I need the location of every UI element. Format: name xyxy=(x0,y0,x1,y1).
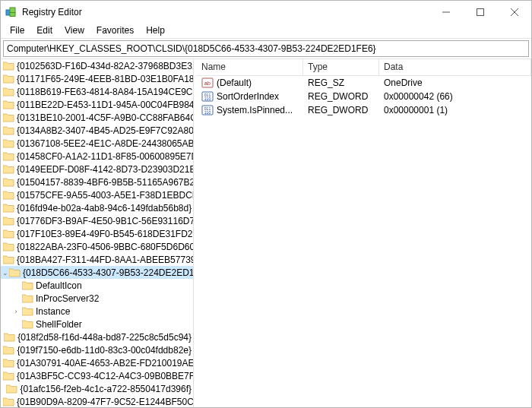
folder-icon xyxy=(3,397,14,407)
column-header-data[interactable]: Data xyxy=(379,59,531,75)
string-value-icon: ab xyxy=(201,77,214,89)
tree-key[interactable]: {01171F65-249E-4EEB-81BD-03E1B0FA1873} xyxy=(1,72,193,85)
window-title: Registry Editor xyxy=(22,7,429,17)
tree-key[interactable]: {01575CFE-9A55-4003-A5E1-F38D1EBDCBE1} xyxy=(1,188,193,201)
tree-item-label: {018BA427-F311-44FD-8AA1-ABEEB57739D9} xyxy=(17,254,194,266)
tree-key[interactable]: {01822ABA-23F0-4506-9BBC-680F5D6D606C} xyxy=(1,240,193,253)
tree-item-label: {01A3BF5C-CC93-4C12-A4C3-09B0BBE7F63F} xyxy=(17,370,194,382)
tree-subkey[interactable]: InProcServer32 xyxy=(1,292,193,305)
folder-icon xyxy=(3,74,14,84)
value-name: SortOrderIndex xyxy=(217,91,279,102)
folder-icon xyxy=(21,293,33,304)
close-button[interactable] xyxy=(497,1,531,24)
tree-item-label: Instance xyxy=(36,305,70,318)
svg-text:ab: ab xyxy=(204,81,211,86)
column-header-type[interactable]: Type xyxy=(303,59,379,75)
content-area: {0102563D-F16D-434d-82A2-37968BD3E31E}{0… xyxy=(1,59,531,407)
menu-view[interactable]: View xyxy=(59,24,90,36)
tree-item-label: ShellFolder xyxy=(36,318,82,331)
tree-item-label: {01A30791-40AE-4653-AB2E-FD210019AE88} xyxy=(17,357,194,369)
folder-icon xyxy=(3,61,14,71)
tree-item-label: {019f7150-e6db-11d0-83c3-00c04fddb82e} xyxy=(17,344,192,356)
tree-key[interactable]: {018f2d58-f16d-448a-bd87-225c8c5d5c94} xyxy=(1,331,193,343)
tree-item-label: {018f2d58-f16d-448a-bd87-225c8c5d5c94} xyxy=(17,331,192,343)
tree-key[interactable]: {011BE22D-E453-11D1-945A-00C04FB984F9} xyxy=(1,98,193,111)
svg-text:110: 110 xyxy=(204,96,211,101)
value-data-cell: 0x00000001 (1) xyxy=(379,105,531,115)
tree-item-label: {011BE22D-E453-11D1-945A-00C04FB984F9} xyxy=(17,99,194,111)
menu-file[interactable]: File xyxy=(4,24,30,36)
folder-icon xyxy=(21,319,33,330)
address-path: Computer\HKEY_CLASSES_ROOT\CLSID\{018D5C… xyxy=(7,43,376,54)
minimize-button[interactable] xyxy=(429,1,463,24)
tree-item-label: {0102563D-F16D-434d-82A2-37968BD3E31E} xyxy=(17,60,194,72)
tree-key[interactable]: {01afc156-f2eb-4c1c-a722-8550417d396f} xyxy=(1,382,193,395)
tree-item-label: {0118B619-FE63-4814-8A84-15A194CE9CE3} xyxy=(17,86,194,98)
folder-icon xyxy=(21,280,33,291)
tree-key[interactable]: {016fd94e-b02a-4ab8-94c6-149fdab56b8d} xyxy=(1,201,193,214)
tree-key[interactable]: {017F10E3-89E4-49F0-B545-618DE31FD27C} xyxy=(1,227,193,240)
tree-key[interactable]: {01458CF0-A1A2-11D1-8F85-00600895E7D5} xyxy=(1,150,193,163)
tree-key[interactable]: {0131BE10-2001-4C5F-A9B0-CC88FAB64CE8} xyxy=(1,111,193,124)
tree-key[interactable]: {0118B619-FE63-4814-8A84-15A194CE9CE3} xyxy=(1,85,193,98)
binary-value-icon: 011110 xyxy=(201,90,214,103)
tree-item-label: {01458CF0-A1A2-11D1-8F85-00600895E7D5} xyxy=(17,150,194,163)
value-name-cell: ab(Default) xyxy=(197,77,303,89)
svg-text:110: 110 xyxy=(204,110,211,115)
tree-item-label: {01504157-8839-4BF6-9B5B-51165A967B2B} xyxy=(17,176,194,188)
tree-key[interactable]: {01504157-8839-4BF6-9B5B-51165A967B2B} xyxy=(1,176,193,188)
tree-key[interactable]: {018BA427-F311-44FD-8AA1-ABEEB57739D9} xyxy=(1,253,193,266)
folder-icon xyxy=(9,267,21,278)
tree-item-label: {01776DF3-B9AF-4E50-9B1C-56E93116D704} xyxy=(17,215,194,227)
tree-key[interactable]: {0134A8B2-3407-4B45-AD25-E9F7C92A80BC} xyxy=(1,124,193,137)
tree-subkey[interactable]: DefaultIcon xyxy=(1,279,193,292)
tree-key[interactable]: {01776DF3-B9AF-4E50-9B1C-56E93116D704} xyxy=(1,214,193,227)
tree-item-label: DefaultIcon xyxy=(36,280,82,292)
folder-icon xyxy=(3,125,14,136)
maximize-button[interactable] xyxy=(463,1,497,24)
folder-icon xyxy=(3,138,14,149)
folder-icon xyxy=(3,190,14,201)
folder-icon xyxy=(3,255,14,265)
menu-edit[interactable]: Edit xyxy=(30,24,59,36)
tree-item-label: {018D5C66-4533-4307-9B53-224DE2ED1FE6} xyxy=(23,267,194,279)
titlebar: Registry Editor xyxy=(1,1,531,24)
tree-key[interactable]: {01B90D9A-8209-47F7-9C52-E1244BF50CED} xyxy=(1,395,193,407)
tree-item-label: {01575CFE-9A55-4003-A5E1-F38D1EBDCBE1} xyxy=(17,189,194,201)
window-controls xyxy=(429,1,531,24)
value-row[interactable]: ab(Default)REG_SZOneDrive xyxy=(197,76,531,90)
value-data-cell: OneDrive xyxy=(379,77,531,88)
column-header-name[interactable]: Name xyxy=(197,59,303,75)
tree-key[interactable]: ⌄{018D5C66-4533-4307-9B53-224DE2ED1FE6} xyxy=(1,266,193,279)
tree-key[interactable]: {0149EEDF-D08F-4142-8D73-D23903D21E90} xyxy=(1,163,193,176)
tree-key[interactable]: {01A3BF5C-CC93-4C12-A4C3-09B0BBE7F63F} xyxy=(1,369,193,382)
folder-icon xyxy=(3,100,14,110)
value-type-cell: REG_DWORD xyxy=(303,105,379,115)
value-row[interactable]: 011110System.IsPinned...REG_DWORD0x00000… xyxy=(197,103,531,117)
svg-rect-1 xyxy=(10,8,15,13)
key-tree-pane[interactable]: {0102563D-F16D-434d-82A2-37968BD3E31E}{0… xyxy=(1,59,194,407)
value-name: System.IsPinned... xyxy=(217,105,293,115)
folder-icon xyxy=(3,345,14,356)
menubar: File Edit View Favorites Help xyxy=(1,24,531,39)
svg-rect-4 xyxy=(477,9,483,16)
tree-key[interactable]: {01A30791-40AE-4653-AB2E-FD210019AE88} xyxy=(1,356,193,369)
value-row[interactable]: 011110SortOrderIndexREG_DWORD0x00000042 … xyxy=(197,90,531,103)
expand-toggle-icon[interactable]: ⌄ xyxy=(2,267,8,279)
menu-help[interactable]: Help xyxy=(140,24,171,36)
expand-toggle-icon[interactable]: › xyxy=(11,305,21,318)
folder-icon xyxy=(3,229,14,239)
tree-item-label: {0131BE10-2001-4C5F-A9B0-CC88FAB64CE8} xyxy=(17,112,194,124)
menu-favorites[interactable]: Favorites xyxy=(90,24,140,36)
tree-key[interactable]: {019f7150-e6db-11d0-83c3-00c04fddb82e} xyxy=(1,343,193,356)
tree-item-label: {016fd94e-b02a-4ab8-94c6-149fdab56b8d} xyxy=(17,202,192,214)
tree-item-label: {01B90D9A-8209-47F7-9C52-E1244BF50CED} xyxy=(17,396,194,408)
address-bar[interactable]: Computer\HKEY_CLASSES_ROOT\CLSID\{018D5C… xyxy=(3,40,529,57)
tree-key[interactable]: {0102563D-F16D-434d-82A2-37968BD3E31E} xyxy=(1,59,193,72)
tree-item-label: {0149EEDF-D08F-4142-8D73-D23903D21E90} xyxy=(17,163,194,176)
tree-subkey[interactable]: ›Instance xyxy=(1,305,193,318)
tree-subkey[interactable]: ShellFolder xyxy=(1,318,193,331)
value-list-pane[interactable]: Name Type Data ab(Default)REG_SZOneDrive… xyxy=(197,59,531,407)
tree-key[interactable]: {01367108-5EE2-4E1C-A8DE-24438065ABC9} xyxy=(1,137,193,150)
list-header: Name Type Data xyxy=(197,59,531,76)
